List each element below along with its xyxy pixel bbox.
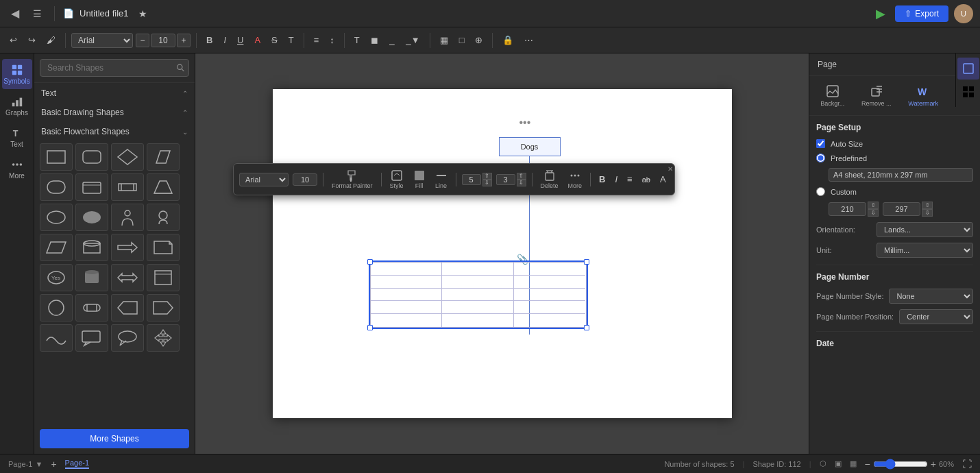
shape-wave-line[interactable] — [40, 324, 73, 352]
shape-circle2[interactable] — [40, 294, 73, 322]
rp-remove-tab[interactable]: Remove ... — [856, 82, 897, 110]
format-painter-toolbar-button[interactable]: 🖌 — [42, 33, 60, 47]
ft-close-button[interactable]: ✕ — [667, 165, 673, 173]
layout-icon[interactable]: ▦ — [850, 459, 857, 468]
page-number-style-select[interactable]: None 1, 2, 3 — [889, 289, 973, 304]
text-format-button[interactable]: T — [350, 33, 364, 47]
order-button[interactable]: ⊕ — [471, 33, 487, 47]
shape-person[interactable] — [111, 204, 144, 231]
search-input[interactable] — [40, 59, 189, 77]
shape-rect-rounded[interactable] — [75, 143, 108, 171]
line-color-button[interactable]: ⎯ — [385, 33, 399, 47]
sidebar-item-graphs[interactable]: Graphs — [2, 90, 32, 121]
ft-italic-button[interactable]: I — [612, 173, 620, 186]
ft-row-input[interactable] — [462, 174, 481, 185]
lock-button[interactable]: 🔒 — [498, 33, 517, 47]
italic-button[interactable]: I — [219, 33, 230, 47]
ft-bold-button[interactable]: B — [596, 173, 608, 186]
export-button[interactable]: ⇧ Export — [895, 5, 948, 22]
unit-select[interactable]: Millim... Pixels — [877, 243, 973, 258]
resize-handle-bl[interactable] — [367, 325, 373, 330]
font-size-increase[interactable]: + — [177, 34, 191, 47]
table-cell[interactable] — [514, 289, 586, 302]
resize-handle-tr[interactable] — [584, 259, 589, 265]
ft-underline-color-button[interactable]: A — [657, 173, 669, 186]
page-selector[interactable]: Page-1 ▼ — [8, 460, 42, 468]
toolbar-more-button[interactable]: ⋯ — [520, 33, 537, 47]
file-name[interactable]: Untitled file1 — [79, 8, 129, 19]
width-up[interactable]: ⇧ — [868, 202, 879, 209]
custom-radio[interactable] — [816, 187, 825, 196]
table-cell[interactable] — [371, 289, 443, 302]
ft-col-down[interactable]: ⇩ — [517, 180, 526, 186]
table-cell[interactable] — [442, 263, 514, 276]
add-page-button[interactable]: + — [51, 459, 56, 470]
shape-note-page[interactable] — [147, 264, 180, 291]
page-tab[interactable]: Page-1 — [65, 459, 89, 469]
ft-font-size[interactable] — [293, 173, 317, 186]
more-shapes-button[interactable]: More Shapes — [40, 429, 189, 448]
section-header-basic-flowchart[interactable]: Basic Flowchart Shapes ⌄ — [34, 121, 195, 141]
ft-format-painter-button[interactable]: Format Painter — [329, 168, 376, 191]
shape-oval-speech[interactable] — [111, 324, 144, 352]
predefined-radio[interactable] — [816, 154, 825, 162]
bold-button[interactable]: B — [202, 33, 217, 47]
ft-row-down[interactable]: ⇩ — [482, 180, 492, 186]
table-cell[interactable] — [371, 301, 443, 314]
shape-arrow-double[interactable] — [111, 264, 144, 291]
height-up[interactable]: ⇧ — [922, 202, 933, 209]
table-cell[interactable] — [442, 276, 514, 289]
layer-icon[interactable]: ⬡ — [820, 459, 826, 468]
shape-rect-speech[interactable] — [75, 324, 108, 352]
table-button[interactable]: ▦ — [436, 33, 452, 47]
play-button[interactable]: ▶ — [872, 4, 890, 23]
shape-circle-fill[interactable] — [75, 204, 108, 231]
shape-capsule[interactable] — [75, 294, 108, 322]
ft-more-button[interactable]: More — [565, 168, 585, 191]
table-cell[interactable] — [371, 263, 443, 276]
dogs-shape[interactable]: Dogs — [499, 137, 561, 156]
table-cell[interactable] — [514, 301, 586, 314]
shape-person-head[interactable] — [147, 204, 180, 231]
zoom-out-button[interactable]: − — [865, 459, 870, 470]
shape-drum[interactable] — [75, 264, 108, 291]
text-button[interactable]: T — [284, 33, 298, 47]
shape-arrow-right-trap[interactable] — [147, 294, 180, 322]
height-input[interactable] — [883, 202, 920, 216]
underline-button[interactable]: U — [233, 33, 247, 47]
width-input[interactable] — [829, 202, 866, 216]
zoom-in-button[interactable]: + — [931, 459, 936, 470]
table-cell[interactable] — [442, 289, 514, 302]
shape-arrow-right[interactable] — [111, 234, 144, 261]
sidebar-item-more[interactable]: More — [2, 154, 32, 184]
font-size-decrease[interactable]: − — [136, 34, 149, 47]
undo-button[interactable]: ↩ — [5, 33, 21, 47]
table-cell[interactable] — [442, 314, 514, 327]
shape-divide[interactable] — [147, 173, 180, 201]
shape-ellipse[interactable] — [40, 204, 73, 231]
ft-col-up[interactable]: ⇧ — [517, 173, 526, 180]
table-cell[interactable] — [442, 301, 514, 314]
width-down[interactable]: ⇩ — [868, 209, 879, 217]
avatar[interactable]: U — [954, 4, 973, 23]
ris-page-button[interactable] — [957, 58, 979, 80]
line-height-button[interactable]: ↕ — [326, 33, 339, 47]
ft-col-input[interactable] — [496, 174, 515, 185]
ft-delete-button[interactable]: Delete — [538, 168, 561, 191]
selected-table[interactable] — [369, 260, 588, 329]
page-number-position-select[interactable]: Center Left Right — [899, 309, 973, 324]
menu-button[interactable]: ☰ — [29, 7, 46, 21]
ft-line-button[interactable]: Line — [432, 168, 450, 191]
table-cell[interactable] — [371, 276, 443, 289]
shape-diamond[interactable] — [111, 143, 144, 171]
screenshot-icon[interactable]: ▣ — [835, 459, 842, 468]
align-button[interactable]: ≡ — [310, 33, 323, 47]
sidebar-item-symbols[interactable]: Symbols — [2, 59, 32, 89]
zoom-slider[interactable] — [873, 459, 928, 470]
shape-scroll[interactable] — [75, 173, 108, 201]
font-size-input[interactable] — [151, 34, 175, 47]
ris-grid-button[interactable] — [957, 81, 979, 103]
redo-button[interactable]: ↪ — [24, 33, 40, 47]
fullscreen-button[interactable]: ⛶ — [962, 459, 972, 470]
table-cell[interactable] — [514, 263, 586, 276]
